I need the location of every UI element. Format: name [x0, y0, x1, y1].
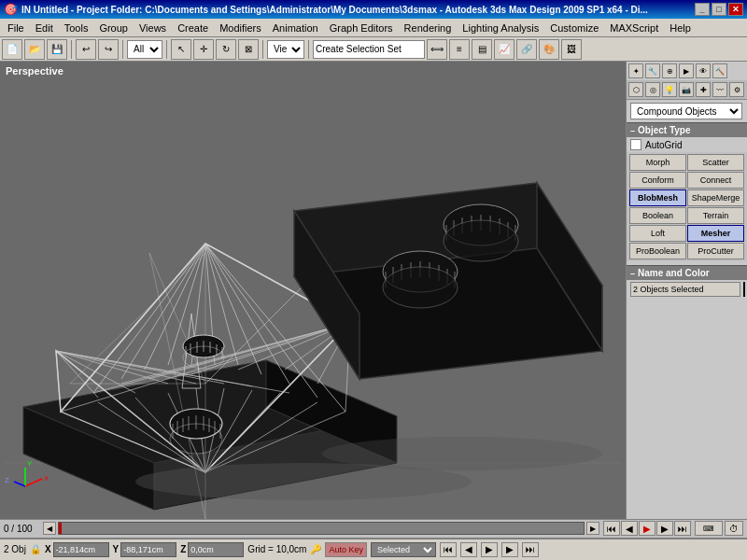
minimize-button[interactable]: _	[695, 3, 710, 16]
name-color-header[interactable]: – Name and Color	[627, 265, 747, 280]
loft-button[interactable]: Loft	[629, 225, 686, 242]
menu-tools[interactable]: Tools	[59, 21, 94, 35]
layer-btn[interactable]: ▤	[472, 39, 492, 60]
shape-icon[interactable]: ◎	[645, 82, 660, 97]
auto-key-section[interactable]: Auto Key	[325, 542, 367, 557]
x-input[interactable]	[53, 542, 109, 557]
key-mode-button[interactable]: ⌨	[695, 521, 723, 536]
play-button[interactable]: ▶	[639, 521, 655, 536]
procutter-button[interactable]: ProCutter	[687, 243, 744, 259]
x-coord: X	[45, 542, 109, 557]
status-prev[interactable]: ◀	[460, 542, 477, 557]
toolbar-open[interactable]: 📂	[24, 39, 45, 60]
move-btn[interactable]: ✛	[193, 39, 214, 60]
auto-key-button[interactable]: Auto Key	[325, 542, 367, 557]
connect-button[interactable]: Connect	[687, 172, 744, 189]
render-btn[interactable]: 🖼	[561, 39, 582, 60]
terrain-button[interactable]: Terrain	[687, 207, 744, 224]
status-end[interactable]: ⏭	[522, 542, 539, 557]
menu-maxscript[interactable]: MAXScript	[604, 21, 664, 35]
svg-point-97	[322, 437, 602, 470]
scatter-button[interactable]: Scatter	[687, 154, 744, 171]
system-icon[interactable]: ⚙	[729, 82, 744, 97]
blobmesh-button[interactable]: BlobMesh	[629, 189, 686, 206]
lock-section[interactable]: 🔒	[30, 544, 41, 554]
selection-set-input[interactable]	[313, 40, 425, 59]
camera-icon[interactable]: 📷	[679, 82, 694, 97]
object-type-header[interactable]: – Object Type	[627, 122, 747, 137]
proboolean-button[interactable]: ProBoolean	[629, 243, 686, 259]
align-btn[interactable]: ≡	[449, 39, 470, 60]
menu-animation[interactable]: Animation	[267, 21, 324, 35]
boolean-button[interactable]: Boolean	[629, 207, 686, 224]
toolbar-redo[interactable]: ↪	[98, 39, 119, 60]
object-category-select[interactable]: Compound Objects	[630, 103, 742, 119]
menu-group[interactable]: Group	[93, 21, 134, 35]
status-play[interactable]: ▶	[481, 542, 498, 557]
create-icon[interactable]: ✦	[628, 63, 643, 78]
conform-button[interactable]: Conform	[629, 172, 686, 189]
z-input[interactable]	[188, 542, 244, 557]
menu-graph-editors[interactable]: Graph Editors	[324, 21, 399, 35]
object-name-input[interactable]	[630, 282, 740, 297]
filter-select[interactable]: All	[127, 40, 162, 59]
app-icon: 🎯	[4, 3, 18, 16]
scale-btn[interactable]: ⊠	[238, 39, 259, 60]
lock-icon: 🔒	[30, 544, 41, 554]
maximize-button[interactable]: □	[712, 3, 726, 16]
viewport-label: Perspective	[6, 65, 63, 77]
toolbar-sep4	[262, 40, 263, 59]
shapemerge-button[interactable]: ShapeMerge	[687, 189, 744, 206]
time-config-button[interactable]: ⏱	[725, 521, 743, 536]
menu-lighting-analysis[interactable]: Lighting Analysis	[457, 21, 544, 35]
menu-rendering[interactable]: Rendering	[399, 21, 458, 35]
display-icon[interactable]: 👁	[696, 63, 711, 78]
select-btn[interactable]: ↖	[171, 39, 191, 60]
morph-button[interactable]: Morph	[629, 154, 686, 171]
modify-icon[interactable]: 🔧	[645, 63, 660, 78]
helper-icon[interactable]: ✚	[696, 82, 711, 97]
motion-icon[interactable]: ▶	[679, 63, 694, 78]
prev-frame-button[interactable]: ◀	[621, 521, 638, 536]
schematic-btn[interactable]: 🔗	[516, 39, 537, 60]
toolbar-undo[interactable]: ↩	[76, 39, 96, 60]
menu-edit[interactable]: Edit	[30, 21, 59, 35]
light-icon[interactable]: 💡	[662, 82, 677, 97]
menu-file[interactable]: File	[2, 21, 30, 35]
menu-create[interactable]: Create	[172, 21, 214, 35]
scroll-right-button[interactable]: ▶	[586, 522, 599, 535]
frame-counter: 0 / 100	[4, 524, 41, 534]
timeline-track[interactable]	[58, 522, 585, 535]
next-frame-button[interactable]: ▶	[656, 521, 673, 536]
menu-customize[interactable]: Customize	[544, 21, 604, 35]
mirror-btn[interactable]: ⟺	[427, 39, 447, 60]
go-end-button[interactable]: ⏭	[674, 521, 691, 536]
hierarchy-icon[interactable]: ⊕	[662, 63, 677, 78]
menu-modifiers[interactable]: Modifiers	[214, 21, 267, 35]
y-input[interactable]	[120, 542, 176, 557]
toolbar-new[interactable]: 📄	[2, 39, 22, 60]
utilities-icon[interactable]: 🔨	[712, 63, 727, 78]
scroll-left-button[interactable]: ◀	[43, 522, 56, 535]
scene-canvas: X Y Z	[0, 62, 626, 519]
geometry-icon[interactable]: ⬡	[628, 82, 643, 97]
titlebar: 🎯 IN Untitled - Project Folder: C:\Docum…	[0, 0, 747, 19]
menu-views[interactable]: Views	[134, 21, 172, 35]
close-button[interactable]: ✕	[728, 3, 743, 16]
material-btn[interactable]: 🎨	[539, 39, 559, 60]
color-swatch[interactable]	[743, 282, 745, 297]
status-next[interactable]: ▶	[501, 542, 518, 557]
curve-editor-btn[interactable]: 📈	[494, 39, 514, 60]
go-start-button[interactable]: ⏮	[603, 521, 620, 536]
status-go-start[interactable]: ⏮	[440, 542, 457, 557]
selected-dropdown[interactable]: Selected	[371, 542, 436, 557]
mesher-button[interactable]: Mesher	[687, 225, 744, 242]
view-select[interactable]: View	[267, 40, 304, 59]
toolbar-save[interactable]: 💾	[47, 39, 67, 60]
viewport[interactable]: Perspective	[0, 62, 626, 519]
space-warp-icon[interactable]: 〰	[712, 82, 727, 97]
menu-help[interactable]: Help	[664, 21, 697, 35]
autogrid-checkbox[interactable]	[630, 139, 641, 150]
menubar: FileEditToolsGroupViewsCreateModifiersAn…	[0, 19, 747, 37]
rotate-btn[interactable]: ↻	[216, 39, 236, 60]
